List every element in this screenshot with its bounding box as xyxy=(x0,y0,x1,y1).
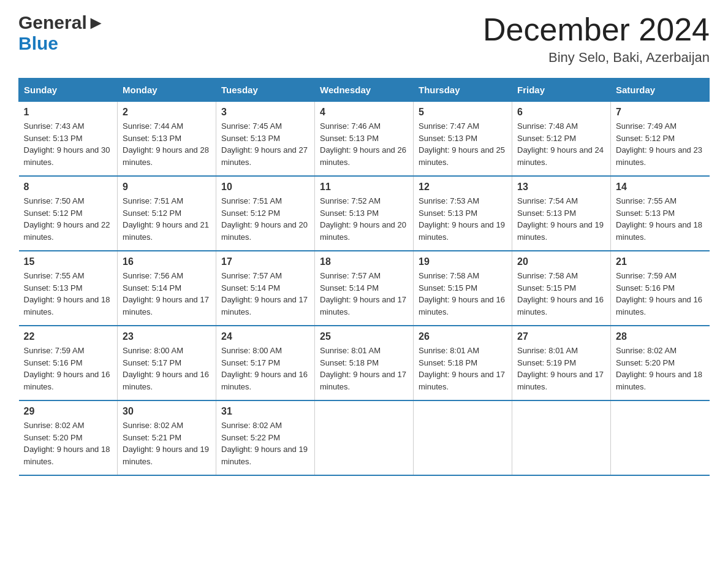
day-number: 30 xyxy=(123,406,211,417)
sunset-label: Sunset: 5:13 PM xyxy=(320,209,379,218)
calendar-week-row: 22 Sunrise: 7:59 AM Sunset: 5:16 PM Dayl… xyxy=(19,326,710,400)
daylight-label: Daylight: 9 hours and 21 minutes. xyxy=(123,220,209,242)
day-info: Sunrise: 7:52 AM Sunset: 5:13 PM Dayligh… xyxy=(320,195,408,243)
calendar-cell: 3 Sunrise: 7:45 AM Sunset: 5:13 PM Dayli… xyxy=(216,102,315,177)
day-info: Sunrise: 7:57 AM Sunset: 5:14 PM Dayligh… xyxy=(320,270,408,318)
sunrise-label: Sunrise: 7:46 AM xyxy=(320,121,381,131)
day-number: 7 xyxy=(616,107,705,118)
sunset-label: Sunset: 5:13 PM xyxy=(517,209,576,218)
daylight-label: Daylight: 9 hours and 24 minutes. xyxy=(517,145,604,167)
sunset-label: Sunset: 5:14 PM xyxy=(221,283,280,293)
sunset-label: Sunset: 5:16 PM xyxy=(616,283,675,293)
day-number: 29 xyxy=(24,406,113,417)
daylight-label: Daylight: 9 hours and 19 minutes. xyxy=(221,445,308,466)
calendar-cell: 15 Sunrise: 7:55 AM Sunset: 5:13 PM Dayl… xyxy=(19,251,118,326)
daylight-label: Daylight: 9 hours and 16 minutes. xyxy=(517,295,604,316)
day-info: Sunrise: 8:02 AM Sunset: 5:21 PM Dayligh… xyxy=(123,419,211,467)
sunset-label: Sunset: 5:12 PM xyxy=(24,209,83,218)
day-number: 1 xyxy=(24,107,113,118)
day-header-thursday: Thursday xyxy=(414,79,512,102)
calendar-week-row: 29 Sunrise: 8:02 AM Sunset: 5:20 PM Dayl… xyxy=(19,400,710,475)
day-info: Sunrise: 7:53 AM Sunset: 5:13 PM Dayligh… xyxy=(419,195,507,243)
day-number: 8 xyxy=(24,182,113,193)
sunrise-label: Sunrise: 7:58 AM xyxy=(419,271,479,280)
sunset-label: Sunset: 5:21 PM xyxy=(123,433,181,442)
sunrise-label: Sunrise: 8:00 AM xyxy=(123,346,183,355)
day-number: 20 xyxy=(517,256,605,267)
day-info: Sunrise: 7:54 AM Sunset: 5:13 PM Dayligh… xyxy=(517,195,605,243)
daylight-label: Daylight: 9 hours and 16 minutes. xyxy=(419,295,505,316)
sunrise-label: Sunrise: 7:48 AM xyxy=(517,121,578,131)
day-info: Sunrise: 8:00 AM Sunset: 5:17 PM Dayligh… xyxy=(221,345,309,393)
logo: General► Blue xyxy=(18,12,105,54)
page-header: General► Blue December 2024 Biny Selo, B… xyxy=(18,12,710,66)
day-number: 3 xyxy=(221,107,309,118)
calendar-cell: 25 Sunrise: 8:01 AM Sunset: 5:18 PM Dayl… xyxy=(315,326,414,400)
calendar-cell: 27 Sunrise: 8:01 AM Sunset: 5:19 PM Dayl… xyxy=(512,326,611,400)
daylight-label: Daylight: 9 hours and 16 minutes. xyxy=(123,370,209,391)
day-number: 17 xyxy=(221,256,309,267)
sunrise-label: Sunrise: 8:00 AM xyxy=(221,346,282,355)
sunrise-label: Sunrise: 7:56 AM xyxy=(123,271,183,280)
day-header-wednesday: Wednesday xyxy=(315,79,414,102)
calendar-table: SundayMondayTuesdayWednesdayThursdayFrid… xyxy=(18,78,710,476)
daylight-label: Daylight: 9 hours and 19 minutes. xyxy=(123,445,209,466)
calendar-cell: 1 Sunrise: 7:43 AM Sunset: 5:13 PM Dayli… xyxy=(19,102,118,177)
day-info: Sunrise: 7:57 AM Sunset: 5:14 PM Dayligh… xyxy=(221,270,309,318)
sunrise-label: Sunrise: 7:52 AM xyxy=(320,196,381,205)
day-header-monday: Monday xyxy=(118,79,216,102)
sunset-label: Sunset: 5:13 PM xyxy=(24,134,83,143)
day-number: 21 xyxy=(616,256,705,267)
sunset-label: Sunset: 5:12 PM xyxy=(616,134,675,143)
daylight-label: Daylight: 9 hours and 16 minutes. xyxy=(616,295,702,316)
sunrise-label: Sunrise: 7:53 AM xyxy=(419,196,479,205)
calendar-cell: 29 Sunrise: 8:02 AM Sunset: 5:20 PM Dayl… xyxy=(19,400,118,475)
calendar-cell: 4 Sunrise: 7:46 AM Sunset: 5:13 PM Dayli… xyxy=(315,102,414,177)
day-number: 15 xyxy=(24,256,113,267)
day-number: 31 xyxy=(221,406,309,417)
daylight-label: Daylight: 9 hours and 17 minutes. xyxy=(320,370,406,391)
day-info: Sunrise: 7:44 AM Sunset: 5:13 PM Dayligh… xyxy=(123,120,211,168)
sunrise-label: Sunrise: 8:02 AM xyxy=(221,421,282,430)
calendar-cell: 9 Sunrise: 7:51 AM Sunset: 5:12 PM Dayli… xyxy=(118,176,216,251)
daylight-label: Daylight: 9 hours and 18 minutes. xyxy=(24,445,110,466)
sunrise-label: Sunrise: 7:50 AM xyxy=(24,196,85,205)
sunrise-label: Sunrise: 7:54 AM xyxy=(517,196,578,205)
sunrise-label: Sunrise: 7:58 AM xyxy=(517,271,578,280)
sunrise-label: Sunrise: 7:51 AM xyxy=(123,196,183,205)
location-subtitle: Biny Selo, Baki, Azerbaijan xyxy=(483,50,710,66)
title-block: December 2024 Biny Selo, Baki, Azerbaija… xyxy=(483,12,710,66)
sunset-label: Sunset: 5:13 PM xyxy=(419,134,477,143)
day-info: Sunrise: 7:47 AM Sunset: 5:13 PM Dayligh… xyxy=(419,120,507,168)
day-number: 5 xyxy=(419,107,507,118)
sunrise-label: Sunrise: 7:47 AM xyxy=(419,121,479,131)
day-info: Sunrise: 7:51 AM Sunset: 5:12 PM Dayligh… xyxy=(221,195,309,243)
sunrise-label: Sunrise: 7:59 AM xyxy=(616,271,677,280)
sunset-label: Sunset: 5:17 PM xyxy=(123,358,181,367)
sunset-label: Sunset: 5:13 PM xyxy=(221,134,280,143)
calendar-cell: 10 Sunrise: 7:51 AM Sunset: 5:12 PM Dayl… xyxy=(216,176,315,251)
day-number: 25 xyxy=(320,331,408,342)
calendar-cell: 13 Sunrise: 7:54 AM Sunset: 5:13 PM Dayl… xyxy=(512,176,611,251)
sunset-label: Sunset: 5:20 PM xyxy=(616,358,675,367)
calendar-cell xyxy=(512,400,611,475)
sunset-label: Sunset: 5:13 PM xyxy=(616,209,675,218)
sunset-label: Sunset: 5:13 PM xyxy=(320,134,379,143)
day-info: Sunrise: 8:00 AM Sunset: 5:17 PM Dayligh… xyxy=(123,345,211,393)
sunrise-label: Sunrise: 7:59 AM xyxy=(24,346,85,355)
sunrise-label: Sunrise: 7:44 AM xyxy=(123,121,183,131)
daylight-label: Daylight: 9 hours and 17 minutes. xyxy=(123,295,209,316)
day-number: 12 xyxy=(419,182,507,193)
day-number: 27 xyxy=(517,331,605,342)
day-info: Sunrise: 8:02 AM Sunset: 5:20 PM Dayligh… xyxy=(616,345,705,393)
day-number: 24 xyxy=(221,331,309,342)
sunset-label: Sunset: 5:18 PM xyxy=(320,358,379,367)
daylight-label: Daylight: 9 hours and 17 minutes. xyxy=(517,370,604,391)
daylight-label: Daylight: 9 hours and 19 minutes. xyxy=(419,220,505,242)
calendar-cell: 2 Sunrise: 7:44 AM Sunset: 5:13 PM Dayli… xyxy=(118,102,216,177)
sunset-label: Sunset: 5:13 PM xyxy=(123,134,181,143)
calendar-cell: 18 Sunrise: 7:57 AM Sunset: 5:14 PM Dayl… xyxy=(315,251,414,326)
calendar-cell: 5 Sunrise: 7:47 AM Sunset: 5:13 PM Dayli… xyxy=(414,102,512,177)
sunrise-label: Sunrise: 8:02 AM xyxy=(24,421,85,430)
sunrise-label: Sunrise: 7:45 AM xyxy=(221,121,282,131)
